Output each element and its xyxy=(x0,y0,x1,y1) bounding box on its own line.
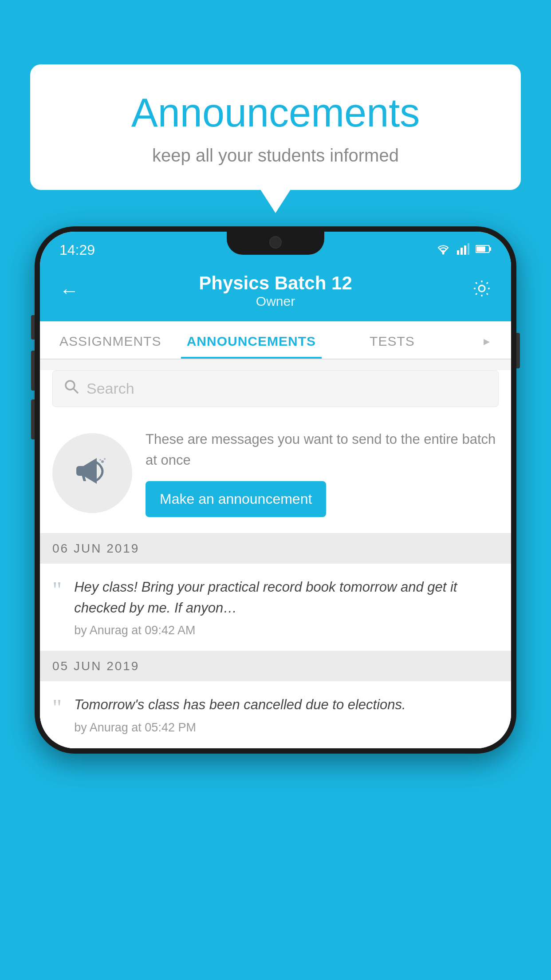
quote-icon-2: " xyxy=(52,696,62,719)
date-separator-1: 06 JUN 2019 xyxy=(40,533,511,564)
header-subtitle: Owner xyxy=(199,294,352,309)
announcement-text-1: Hey class! Bring your practical record b… xyxy=(74,577,499,618)
make-announcement-button[interactable]: Make an announcement xyxy=(146,481,326,517)
svg-rect-3 xyxy=(464,245,466,255)
svg-point-13 xyxy=(99,459,101,461)
announcement-meta-1: by Anurag at 09:42 AM xyxy=(74,624,499,637)
search-placeholder: Search xyxy=(87,380,134,397)
settings-button[interactable] xyxy=(472,279,492,303)
speech-bubble-title: Announcements xyxy=(57,91,494,135)
megaphone-circle xyxy=(52,433,132,513)
announcement-item-2[interactable]: " Tomorrow's class has been cancelled du… xyxy=(40,681,511,748)
svg-rect-4 xyxy=(468,243,469,255)
svg-point-8 xyxy=(479,285,485,292)
status-time: 14:29 xyxy=(59,242,95,258)
header-title: Physics Batch 12 xyxy=(199,273,352,294)
app-header: ← Physics Batch 12 Owner xyxy=(40,264,511,321)
svg-point-11 xyxy=(101,460,104,463)
back-button[interactable]: ← xyxy=(59,281,79,300)
speech-bubble-container: Announcements keep all your students inf… xyxy=(30,64,521,190)
announcement-item-1[interactable]: " Hey class! Bring your practical record… xyxy=(40,564,511,651)
phone-vol-down-button xyxy=(31,399,35,439)
phone-mute-button xyxy=(31,315,35,340)
speech-bubble-subtitle: keep all your students informed xyxy=(57,146,494,166)
announcement-meta-2: by Anurag at 05:42 PM xyxy=(74,721,499,735)
phone-power-button xyxy=(516,333,520,368)
date-separator-2: 05 JUN 2019 xyxy=(40,651,511,681)
svg-point-12 xyxy=(104,458,106,460)
announcement-prompt: These are messages you want to send to t… xyxy=(40,416,511,533)
megaphone-icon xyxy=(72,449,112,498)
svg-rect-2 xyxy=(460,248,463,255)
phone-camera xyxy=(269,236,282,249)
phone-wrapper: 14:29 xyxy=(35,226,516,754)
tab-announcements[interactable]: ANNOUNCEMENTS xyxy=(181,321,322,359)
speech-bubble: Announcements keep all your students inf… xyxy=(30,64,521,190)
tab-more[interactable]: ▸ xyxy=(463,321,511,359)
svg-line-10 xyxy=(74,389,78,393)
announcement-text-2: Tomorrow's class has been cancelled due … xyxy=(74,695,499,715)
tab-assignments[interactable]: ASSIGNMENTS xyxy=(40,321,181,359)
svg-rect-7 xyxy=(476,246,485,252)
announcement-content-1: Hey class! Bring your practical record b… xyxy=(74,577,499,637)
battery-icon xyxy=(476,245,492,255)
prompt-description: These are messages you want to send to t… xyxy=(146,429,499,470)
header-center: Physics Batch 12 Owner xyxy=(199,273,352,309)
tabs-container: ASSIGNMENTS ANNOUNCEMENTS TESTS ▸ xyxy=(40,321,511,360)
phone-notch xyxy=(227,232,324,255)
search-bar[interactable]: Search xyxy=(52,370,499,407)
svg-rect-6 xyxy=(489,247,491,251)
svg-rect-1 xyxy=(457,250,459,255)
phone-mockup: 14:29 xyxy=(35,226,516,754)
content-area: Search xyxy=(40,370,511,748)
announcement-content-2: Tomorrow's class has been cancelled due … xyxy=(74,695,499,735)
prompt-right: These are messages you want to send to t… xyxy=(146,429,499,517)
tab-tests[interactable]: TESTS xyxy=(322,321,463,359)
quote-icon-1: " xyxy=(52,579,62,602)
search-icon xyxy=(63,379,79,399)
wifi-icon xyxy=(436,243,451,257)
phone-screen: 14:29 xyxy=(40,232,511,748)
status-icons xyxy=(436,243,492,257)
svg-point-0 xyxy=(442,253,445,255)
phone-vol-up-button xyxy=(31,351,35,391)
signal-icon xyxy=(457,243,469,257)
svg-point-9 xyxy=(66,381,75,390)
